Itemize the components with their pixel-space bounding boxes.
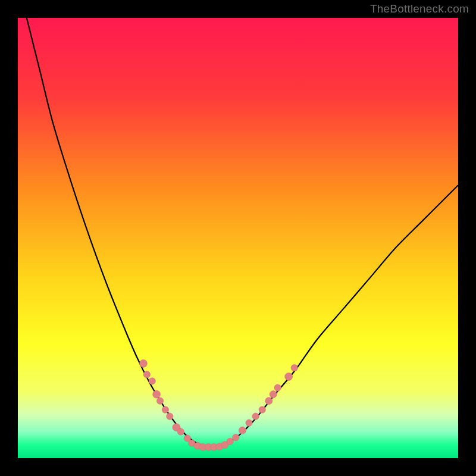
data-marker — [156, 397, 163, 404]
data-marker — [177, 428, 184, 435]
data-marker — [291, 365, 298, 371]
data-marker — [162, 406, 168, 413]
watermark-text: TheBottleneck.com — [370, 2, 469, 15]
data-marker — [139, 359, 147, 367]
curve-layer — [18, 18, 458, 458]
data-marker — [239, 427, 246, 434]
data-marker — [149, 378, 155, 384]
bottleneck-curve — [27, 18, 458, 447]
data-marker — [227, 438, 233, 444]
data-marker — [143, 371, 150, 378]
data-marker — [259, 406, 265, 413]
data-marker — [167, 413, 173, 419]
data-marker — [265, 397, 273, 405]
data-marker — [274, 384, 281, 391]
data-marker — [153, 390, 161, 398]
data-marker — [270, 391, 277, 398]
data-marker — [252, 413, 259, 419]
plot-area — [18, 18, 458, 458]
data-marker — [233, 434, 239, 441]
data-marker — [246, 419, 252, 426]
chart-frame: TheBottleneck.com — [0, 0, 476, 476]
data-marker — [285, 373, 293, 381]
